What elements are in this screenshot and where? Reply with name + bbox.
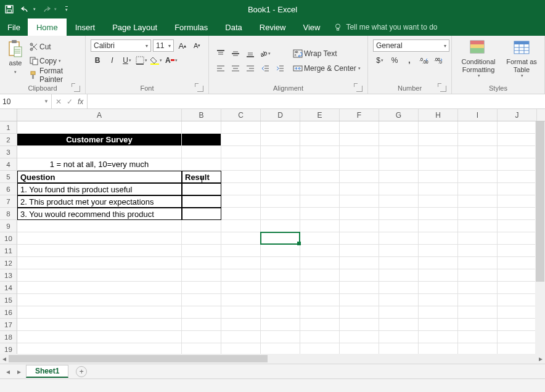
cell[interactable] xyxy=(379,134,419,146)
cell[interactable] xyxy=(340,257,379,269)
row-header[interactable]: 3 xyxy=(0,146,17,158)
italic-button[interactable]: I xyxy=(105,54,119,67)
cell[interactable] xyxy=(379,294,419,306)
cell[interactable] xyxy=(458,171,498,183)
cell[interactable] xyxy=(379,146,419,158)
cell[interactable] xyxy=(182,282,221,294)
cell[interactable] xyxy=(300,134,340,146)
cell[interactable] xyxy=(498,171,537,183)
increase-font-button[interactable]: A▴ xyxy=(176,39,189,52)
cell[interactable] xyxy=(261,146,300,158)
cell[interactable] xyxy=(498,208,537,220)
insert-function-icon[interactable]: fx xyxy=(78,97,83,106)
cell[interactable] xyxy=(379,208,419,220)
cell[interactable] xyxy=(498,294,537,306)
cell[interactable] xyxy=(221,158,261,171)
cell[interactable] xyxy=(182,245,221,257)
cell[interactable] xyxy=(221,294,261,306)
cell[interactable] xyxy=(458,183,498,195)
cell[interactable] xyxy=(17,294,182,306)
enter-formula-icon[interactable]: ✓ xyxy=(67,97,73,106)
col-header[interactable]: H xyxy=(419,109,458,121)
cell[interactable] xyxy=(419,183,458,195)
cell[interactable] xyxy=(419,294,458,306)
alignment-dialog-launcher-icon[interactable] xyxy=(356,86,363,92)
cell[interactable] xyxy=(458,331,498,343)
cell[interactable] xyxy=(261,282,300,294)
cell[interactable] xyxy=(379,121,419,134)
cell[interactable] xyxy=(458,208,498,220)
align-top-button[interactable] xyxy=(214,47,227,60)
cell[interactable] xyxy=(340,294,379,306)
vertical-scrollbar[interactable] xyxy=(535,121,545,354)
cell[interactable] xyxy=(340,183,379,195)
cell[interactable] xyxy=(17,269,182,282)
cell[interactable] xyxy=(221,269,261,282)
cell[interactable] xyxy=(300,232,340,245)
cell[interactable] xyxy=(458,294,498,306)
tab-insert[interactable]: Insert xyxy=(67,18,104,36)
cell[interactable] xyxy=(261,183,300,195)
cell[interactable] xyxy=(261,195,300,208)
horizontal-scrollbar[interactable]: ◂▸ xyxy=(0,354,545,364)
cell[interactable] xyxy=(300,220,340,232)
orientation-button[interactable]: ab▾ xyxy=(258,47,272,60)
col-header[interactable]: I xyxy=(458,109,498,121)
cell[interactable] xyxy=(379,319,419,331)
cell[interactable] xyxy=(221,121,261,134)
underline-button[interactable]: U▾ xyxy=(120,54,134,67)
cell[interactable] xyxy=(379,269,419,282)
col-header[interactable]: F xyxy=(340,109,379,121)
row-header[interactable]: 14 xyxy=(0,282,17,294)
cell-question[interactable]: 1. You found this product useful xyxy=(17,183,182,195)
cell[interactable] xyxy=(182,294,221,306)
align-bottom-button[interactable] xyxy=(244,47,257,60)
cell[interactable] xyxy=(458,195,498,208)
cell[interactable] xyxy=(498,146,537,158)
cell-question[interactable]: 3. You would recommend this product xyxy=(17,208,182,220)
cell[interactable] xyxy=(340,121,379,134)
cell[interactable] xyxy=(498,245,537,257)
number-format-combo[interactable]: General▾ xyxy=(373,39,449,52)
cell[interactable] xyxy=(340,134,379,146)
cell[interactable] xyxy=(17,306,182,319)
cell-result[interactable] xyxy=(182,208,221,220)
cell[interactable] xyxy=(300,208,340,220)
cell[interactable] xyxy=(419,220,458,232)
cell[interactable] xyxy=(17,245,182,257)
cell[interactable] xyxy=(17,257,182,269)
cell[interactable] xyxy=(221,257,261,269)
cell[interactable] xyxy=(340,306,379,319)
cell[interactable] xyxy=(261,208,300,220)
cell[interactable] xyxy=(419,232,458,245)
cell-header-question[interactable]: Question xyxy=(17,171,182,183)
cell[interactable] xyxy=(419,195,458,208)
cell[interactable] xyxy=(261,220,300,232)
cell[interactable] xyxy=(340,146,379,158)
cell-title[interactable]: Customer Survey xyxy=(17,134,182,146)
cell[interactable] xyxy=(261,257,300,269)
cell[interactable] xyxy=(498,306,537,319)
cell[interactable] xyxy=(419,282,458,294)
cell[interactable] xyxy=(419,121,458,134)
cell[interactable] xyxy=(379,232,419,245)
row-header[interactable]: 10 xyxy=(0,232,17,245)
row-header[interactable]: 8 xyxy=(0,208,17,220)
cell[interactable] xyxy=(379,282,419,294)
clipboard-dialog-launcher-icon[interactable] xyxy=(74,86,80,92)
col-header[interactable]: A xyxy=(17,109,182,121)
cell[interactable] xyxy=(419,245,458,257)
cancel-formula-icon[interactable]: ✕ xyxy=(55,97,62,106)
cell[interactable] xyxy=(261,319,300,331)
cell[interactable] xyxy=(340,245,379,257)
cell[interactable] xyxy=(340,220,379,232)
cell[interactable] xyxy=(17,331,182,343)
cell[interactable] xyxy=(300,121,340,134)
tab-home[interactable]: Home xyxy=(28,18,67,36)
cell[interactable] xyxy=(498,232,537,245)
font-color-button[interactable]: A▾ xyxy=(165,54,178,67)
row-header[interactable]: 2 xyxy=(0,134,17,146)
decrease-font-button[interactable]: A▾ xyxy=(191,39,203,52)
cell[interactable] xyxy=(261,232,300,245)
format-painter-button[interactable]: Format Painter xyxy=(30,69,80,81)
